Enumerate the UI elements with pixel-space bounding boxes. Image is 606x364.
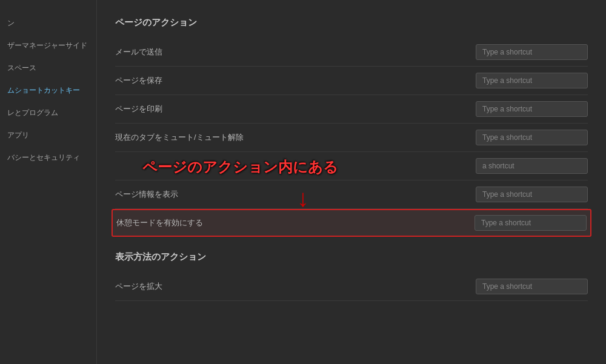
input-save-page[interactable]: Type a shortcut [476, 73, 588, 88]
sidebar-item-2[interactable]: ザーマネージャーサイド [0, 35, 96, 57]
shortcut-row-mute-tab: 現在のタブをミュート/ミュート解除 Type a shortcut [115, 124, 588, 152]
label-print-page: ページを印刷 [115, 104, 476, 114]
shortcut-row-send-email: メールで送信 Type a shortcut [115, 38, 588, 67]
sidebar-item-5[interactable]: レとプログラム [0, 102, 96, 124]
shortcut-row-action5: a shortcut [115, 152, 588, 180]
label-send-email: メールで送信 [115, 47, 476, 58]
input-action5[interactable]: a shortcut [476, 158, 588, 174]
shortcut-row-page-info: ページ情報を表示 Type a shortcut [115, 180, 588, 209]
sidebar: ン ザーマネージャーサイド スペース ムショートカットキー レとプログラム アプ… [0, 0, 97, 364]
shortcut-row-print-page: ページを印刷 Type a shortcut [115, 95, 588, 124]
label-mute-tab: 現在のタブをミュート/ミュート解除 [115, 132, 476, 143]
input-sleep-mode[interactable]: Type a shortcut [474, 215, 587, 231]
input-print-page[interactable]: Type a shortcut [476, 101, 588, 117]
display-actions-title: 表示方法のアクション [115, 251, 588, 263]
shortcut-row-sleep-mode: 休憩モードを有効にする Type a shortcut [112, 209, 591, 237]
label-zoom-in: ページを拡大 [115, 281, 476, 292]
sidebar-item-6[interactable]: アプリ [0, 124, 96, 147]
shortcut-row-zoom-in: ページを拡大 Type a shortcut [115, 273, 588, 301]
input-send-email[interactable]: Type a shortcut [476, 44, 588, 60]
label-page-info: ページ情報を表示 [115, 189, 476, 200]
input-mute-tab[interactable]: Type a shortcut [476, 130, 588, 145]
page-actions-title: ページのアクション [115, 17, 588, 28]
input-zoom-in[interactable]: Type a shortcut [476, 279, 588, 294]
main-wrapper: ページのアクション メールで送信 Type a shortcut ページを保存 … [97, 0, 606, 364]
label-save-page: ページを保存 [115, 75, 476, 86]
sidebar-item-1[interactable]: ン [0, 12, 96, 35]
main-content: ページのアクション メールで送信 Type a shortcut ページを保存 … [97, 0, 606, 364]
sidebar-item-shortcut[interactable]: ムショートカットキー [0, 79, 96, 102]
label-sleep-mode: 休憩モードを有効にする [116, 217, 474, 228]
input-page-info[interactable]: Type a shortcut [476, 187, 588, 202]
sidebar-item-3[interactable]: スペース [0, 57, 96, 79]
shortcut-row-save-page: ページを保存 Type a shortcut [115, 67, 588, 95]
sidebar-item-privacy[interactable]: バシーとセキュリティ [0, 147, 96, 169]
